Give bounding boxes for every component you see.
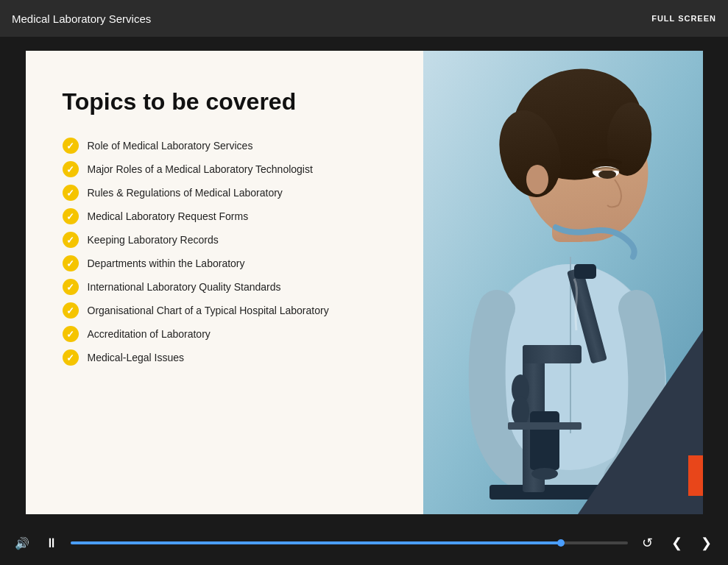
topic-item: Organisational Chart of a Typical Hospit…	[63, 302, 394, 319]
svg-point-21	[512, 397, 529, 426]
topic-text: Rules & Regulations of Medical Laborator…	[88, 187, 283, 199]
slide-heading: Topics to be covered	[63, 88, 394, 116]
volume-button[interactable]: 🔊	[12, 536, 32, 550]
topic-text: Major Roles of a Medical Laboratory Tech…	[88, 163, 313, 175]
checkmark-icon	[63, 208, 79, 224]
topic-text: Role of Medical Laboratory Services	[88, 140, 253, 152]
svg-point-19	[531, 468, 558, 480]
svg-rect-18	[530, 411, 559, 470]
topic-text: Medical-Legal Issues	[88, 352, 185, 363]
slide-content-left: Topics to be covered Role of Medical Lab…	[26, 51, 423, 514]
topic-item: Role of Medical Laboratory Services	[63, 138, 394, 154]
topic-item: Keeping Laboratory Records	[63, 232, 394, 248]
checkmark-icon	[63, 185, 79, 201]
topic-item: Medical Laboratory Request Forms	[63, 208, 394, 224]
progress-bar[interactable]	[71, 541, 628, 544]
topic-item: Major Roles of a Medical Laboratory Tech…	[63, 161, 394, 177]
topic-text: Organisational Chart of a Typical Hospit…	[88, 305, 329, 316]
topic-item: Medical-Legal Issues	[63, 349, 394, 366]
slide-container: Topics to be covered Role of Medical Lab…	[0, 37, 728, 521]
scientist-illustration	[423, 51, 703, 514]
topic-text: Departments within the Laboratory	[88, 257, 245, 269]
checkmark-icon	[63, 138, 79, 154]
topic-item: International Laboratory Quality Standar…	[63, 279, 394, 295]
progress-fill	[71, 541, 561, 544]
next-button[interactable]: ❯	[696, 535, 716, 551]
presentation-title: Medical Laboratory Services	[12, 13, 151, 25]
pause-button[interactable]: ⏸	[41, 536, 62, 551]
checkmark-icon	[63, 349, 79, 366]
topic-text: Keeping Laboratory Records	[88, 234, 219, 246]
topics-list: Role of Medical Laboratory ServicesMajor…	[63, 138, 394, 366]
svg-point-10	[598, 170, 616, 179]
svg-point-11	[526, 165, 548, 194]
svg-rect-15	[523, 345, 582, 363]
checkmark-icon	[63, 302, 79, 319]
reload-button[interactable]: ↺	[637, 535, 657, 551]
topic-item: Rules & Regulations of Medical Laborator…	[63, 185, 394, 201]
checkmark-icon	[63, 255, 79, 271]
checkmark-icon	[63, 326, 79, 342]
topic-text: Medical Laboratory Request Forms	[88, 210, 249, 222]
topic-item: Departments within the Laboratory	[63, 255, 394, 271]
top-bar: Medical Laboratory Services FULL SCREEN	[0, 0, 728, 37]
orange-square-1	[688, 455, 703, 496]
previous-button[interactable]: ❮	[666, 535, 687, 551]
topic-text: International Laboratory Quality Standar…	[88, 281, 281, 293]
slide: Topics to be covered Role of Medical Lab…	[26, 51, 703, 514]
controls-bar: 🔊 ⏸ ↺ ❮ ❯	[0, 521, 728, 565]
checkmark-icon	[63, 232, 79, 248]
slide-image-right	[423, 51, 703, 514]
checkmark-icon	[63, 161, 79, 177]
svg-rect-22	[508, 422, 582, 430]
topic-text: Accreditation of Laboratory	[88, 328, 211, 340]
checkmark-icon	[63, 279, 79, 295]
topic-item: Accreditation of Laboratory	[63, 326, 394, 342]
fullscreen-button[interactable]: FULL SCREEN	[651, 14, 716, 23]
svg-rect-17	[574, 264, 596, 279]
